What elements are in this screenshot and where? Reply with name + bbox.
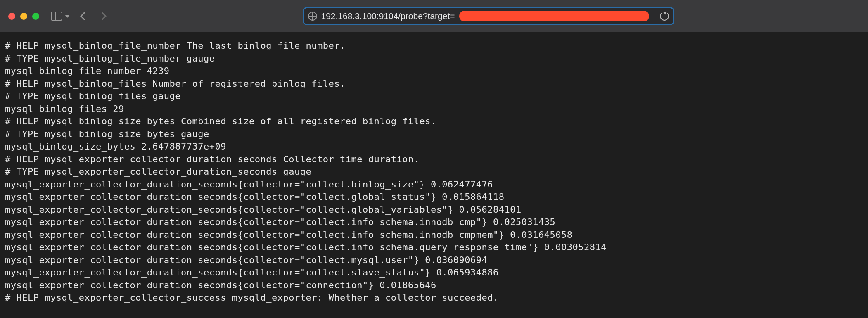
close-button[interactable] [8, 13, 15, 20]
redacted-target [459, 11, 649, 21]
address-bar[interactable]: 192.168.3.100:9104/probe?target= [303, 7, 674, 25]
url-text: 192.168.3.100:9104/probe?target= [321, 11, 455, 21]
maximize-button[interactable] [32, 13, 39, 20]
sidebar-icon [51, 12, 62, 21]
back-button[interactable] [80, 12, 88, 20]
minimize-button[interactable] [20, 13, 27, 20]
page-content: # HELP mysql_binlog_file_number The last… [0, 32, 868, 312]
globe-icon [308, 12, 317, 21]
chevron-down-icon [65, 15, 70, 18]
nav-arrows [81, 13, 105, 19]
forward-button[interactable] [98, 12, 107, 20]
reload-button[interactable] [660, 12, 669, 21]
browser-toolbar: 192.168.3.100:9104/probe?target= [0, 0, 868, 32]
window-controls [8, 13, 39, 20]
sidebar-toggle[interactable] [51, 12, 70, 21]
